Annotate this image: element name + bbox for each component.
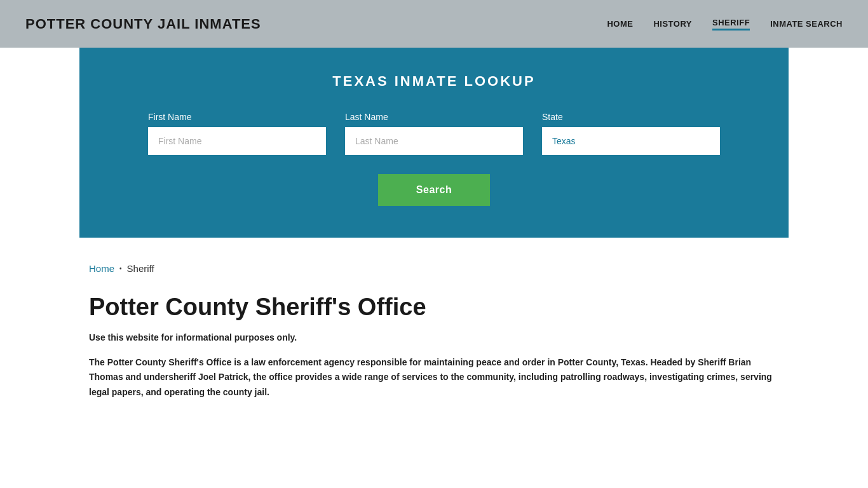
breadcrumb-current: Sheriff <box>127 263 154 274</box>
search-fields: First Name Last Name State <box>118 112 750 155</box>
site-title: POTTER COUNTY JAIL INMATES <box>25 16 261 32</box>
search-title: TEXAS INMATE LOOKUP <box>118 73 750 90</box>
first-name-input[interactable] <box>148 127 326 155</box>
search-button[interactable]: Search <box>378 174 490 206</box>
nav-home[interactable]: HOME <box>607 19 633 29</box>
state-input[interactable] <box>542 127 720 155</box>
breadcrumb: Home • Sheriff <box>89 263 779 274</box>
state-group: State <box>542 112 720 155</box>
description: The Potter County Sheriff's Office is a … <box>89 355 779 400</box>
main-content: Home • Sheriff Potter County Sheriff's O… <box>0 238 868 426</box>
last-name-input[interactable] <box>345 127 523 155</box>
first-name-group: First Name <box>148 112 326 155</box>
header: POTTER COUNTY JAIL INMATES HOME HISTORY … <box>0 0 868 48</box>
nav-history[interactable]: HISTORY <box>653 19 692 29</box>
last-name-label: Last Name <box>345 112 523 122</box>
breadcrumb-separator: • <box>119 265 122 272</box>
search-btn-wrap: Search <box>118 174 750 206</box>
page-title: Potter County Sheriff's Office <box>89 293 779 322</box>
first-name-label: First Name <box>148 112 326 122</box>
breadcrumb-home[interactable]: Home <box>89 263 114 274</box>
nav-sheriff[interactable]: SHERIFF <box>712 18 750 30</box>
state-label: State <box>542 112 720 122</box>
nav-inmate-search[interactable]: INMATE SEARCH <box>770 19 843 29</box>
tagline: Use this website for informational purpo… <box>89 332 779 342</box>
last-name-group: Last Name <box>345 112 523 155</box>
main-nav: HOME HISTORY SHERIFF INMATE SEARCH <box>607 18 843 30</box>
search-section: TEXAS INMATE LOOKUP First Name Last Name… <box>79 48 789 238</box>
